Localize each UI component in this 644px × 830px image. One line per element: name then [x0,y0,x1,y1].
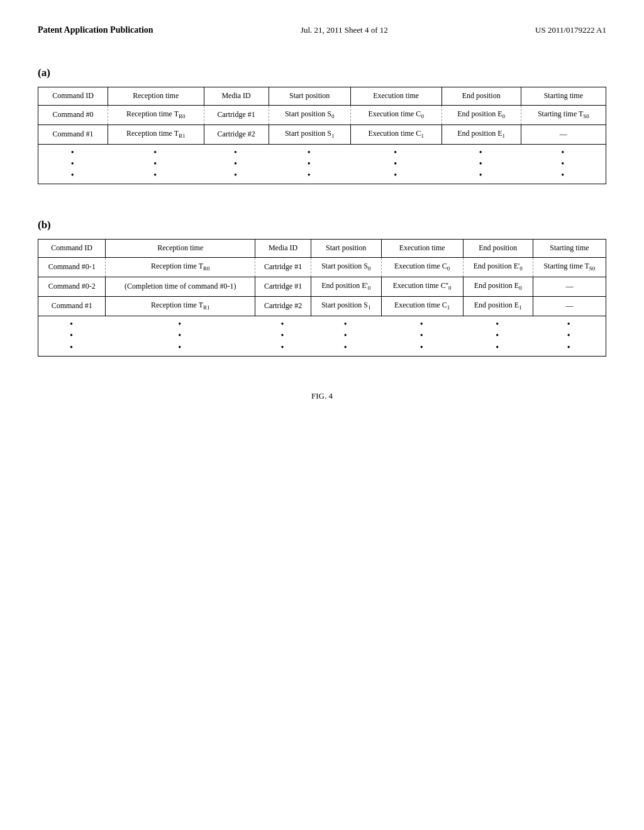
cell-a1-reception: Reception time TR1 [108,124,204,144]
cell-a1-media: Cartridge #2 [204,124,269,144]
cell-b0-media: Cartridge #1 [255,257,311,277]
cell-a0-command-id: Command #0 [38,105,108,124]
cell-a0-end: End position E0 [441,105,521,124]
col-media-id: Media ID [204,87,269,106]
dots-b-4: ••• [311,316,381,357]
figure-label: FIG. 4 [38,391,606,401]
dots-b-3: ••• [255,316,311,357]
table-b-row-2: Command #1 Reception time TR1 Cartridge … [38,297,606,316]
cell-b1-end: End position E0 [463,277,533,296]
cell-b2-end: End position E1 [463,297,533,316]
dots-b-6: ••• [463,316,533,357]
cell-b0-command-id: Command #0-1 [38,257,106,277]
col-b-reception-time: Reception time [106,240,255,258]
header-publication: Patent Application Publication [38,25,153,35]
cell-b0-execution: Execution time C0 [381,257,463,277]
cell-a1-execution: Execution time C1 [350,124,441,144]
table-b: Command ID Reception time Media ID Start… [38,239,606,356]
table-a-row-0: Command #0 Reception time TR0 Cartridge … [38,105,606,124]
col-command-id: Command ID [38,87,108,106]
table-b-row-1: Command #0-2 (Completion time of command… [38,277,606,296]
section-b-label: (b) [38,219,606,231]
table-a-header-row: Command ID Reception time Media ID Start… [38,87,606,106]
cell-b1-media: Cartridge #1 [255,277,311,296]
table-a: Command ID Reception time Media ID Start… [38,87,606,184]
cell-b1-execution: Execution time C''0 [381,277,463,296]
dots-b-5: ••• [381,316,463,357]
cell-b2-media: Cartridge #2 [255,297,311,316]
table-b-row-0: Command #0-1 Reception time TR0 Cartridg… [38,257,606,277]
dots-a-3: ••• [204,144,269,184]
dots-a-4: ••• [269,144,350,184]
dots-a-5: ••• [350,144,441,184]
cell-b1-reception: (Completion time of command #0-1) [106,277,255,296]
dots-b-2: ••• [106,316,255,357]
header-date-sheet: Jul. 21, 2011 Sheet 4 of 12 [301,25,388,35]
cell-a1-start: Start position S1 [269,124,350,144]
col-b-end-position: End position [463,240,533,258]
cell-b0-start: Start position S0 [311,257,381,277]
section-a: (a) Command ID Reception time Media ID S… [38,67,606,184]
col-execution-time: Execution time [350,87,441,106]
col-start-position: Start position [269,87,350,106]
cell-b2-execution: Execution time C1 [381,297,463,316]
table-a-dots-row: ••• ••• ••• ••• ••• ••• ••• [38,144,606,184]
dots-b-1: ••• [38,316,106,357]
cell-b2-reception: Reception time TR1 [106,297,255,316]
dots-b-7: ••• [533,316,606,357]
cell-a0-start: Start position S0 [269,105,350,124]
cell-b1-command-id: Command #0-2 [38,277,106,296]
table-a-row-1: Command #1 Reception time TR1 Cartridge … [38,124,606,144]
cell-b2-start: Start position S1 [311,297,381,316]
col-b-starting-time: Starting time [533,240,606,258]
cell-a1-end: End position E1 [441,124,521,144]
cell-b0-end: End position E'0 [463,257,533,277]
col-b-media-id: Media ID [255,240,311,258]
cell-a1-command-id: Command #1 [38,124,108,144]
col-reception-time: Reception time [108,87,204,106]
section-b: (b) Command ID Reception time Media ID S… [38,219,606,356]
dots-a-7: ••• [521,144,606,184]
col-starting-time: Starting time [521,87,606,106]
header-patent-number: US 2011/0179222 A1 [535,25,606,35]
table-b-dots-row: ••• ••• ••• ••• ••• ••• ••• [38,316,606,357]
col-end-position: End position [441,87,521,106]
page: Patent Application Publication Jul. 21, … [0,0,644,426]
col-b-start-position: Start position [311,240,381,258]
cell-b0-starting: Starting time TS0 [533,257,606,277]
dots-a-6: ••• [441,144,521,184]
dots-a-1: ••• [38,144,108,184]
cell-b2-command-id: Command #1 [38,297,106,316]
cell-b1-starting: — [533,277,606,296]
cell-b1-start: End position E'0 [311,277,381,296]
cell-b0-reception: Reception time TR0 [106,257,255,277]
cell-a0-execution: Execution time C0 [350,105,441,124]
dots-a-2: ••• [108,144,204,184]
cell-a1-starting: — [521,124,606,144]
table-b-header-row: Command ID Reception time Media ID Start… [38,240,606,258]
cell-b2-starting: — [533,297,606,316]
cell-a0-media: Cartridge #1 [204,105,269,124]
col-b-execution-time: Execution time [381,240,463,258]
cell-a0-reception: Reception time TR0 [108,105,204,124]
section-a-label: (a) [38,67,606,79]
page-header: Patent Application Publication Jul. 21, … [38,25,606,35]
col-b-command-id: Command ID [38,240,106,258]
cell-a0-starting: Starting time TS0 [521,105,606,124]
